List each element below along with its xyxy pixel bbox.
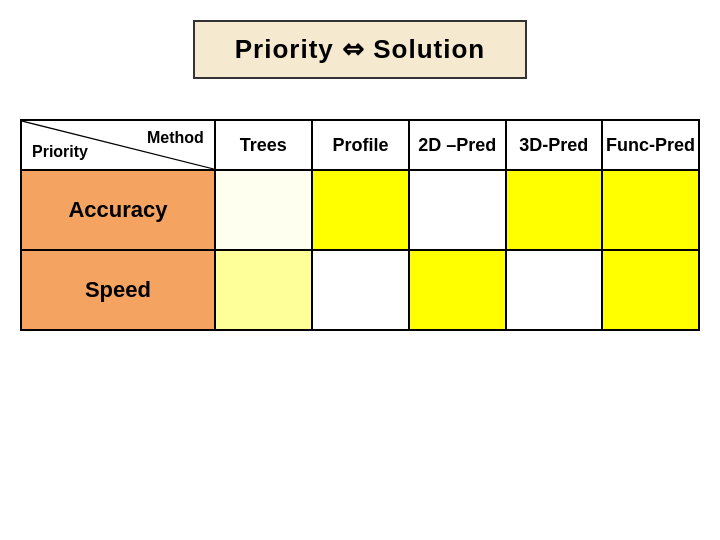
cell-speed-trees bbox=[215, 250, 312, 330]
cell-speed-funcpred bbox=[602, 250, 699, 330]
cell-accuracy-funcpred bbox=[602, 170, 699, 250]
cell-speed-profile bbox=[312, 250, 409, 330]
cell-accuracy-trees bbox=[215, 170, 312, 250]
col-header-funcpred: Func-Pred bbox=[602, 120, 699, 170]
col-header-3dpred: 3D-Pred bbox=[506, 120, 602, 170]
cell-accuracy-2dpred bbox=[409, 170, 505, 250]
priority-label: Priority bbox=[32, 143, 88, 161]
row-speed: Speed bbox=[21, 250, 699, 330]
priority-table: Method Priority Trees Profile 2D –Pred 3… bbox=[20, 119, 700, 331]
col-header-trees: Trees bbox=[215, 120, 312, 170]
title-text: Priority ⇔ Solution bbox=[235, 34, 485, 64]
header-row: Method Priority Trees Profile 2D –Pred 3… bbox=[21, 120, 699, 170]
col-header-2dpred: 2D –Pred bbox=[409, 120, 505, 170]
row-label-accuracy: Accuracy bbox=[21, 170, 215, 250]
col-header-profile: Profile bbox=[312, 120, 409, 170]
row-label-speed: Speed bbox=[21, 250, 215, 330]
cell-accuracy-profile bbox=[312, 170, 409, 250]
table-wrapper: Method Priority Trees Profile 2D –Pred 3… bbox=[20, 119, 700, 331]
method-label: Method bbox=[147, 129, 204, 147]
diagonal-header-cell: Method Priority bbox=[21, 120, 215, 170]
cell-speed-3dpred bbox=[506, 250, 602, 330]
title-box: Priority ⇔ Solution bbox=[193, 20, 527, 79]
cell-accuracy-3dpred bbox=[506, 170, 602, 250]
cell-speed-2dpred bbox=[409, 250, 505, 330]
row-accuracy: Accuracy bbox=[21, 170, 699, 250]
